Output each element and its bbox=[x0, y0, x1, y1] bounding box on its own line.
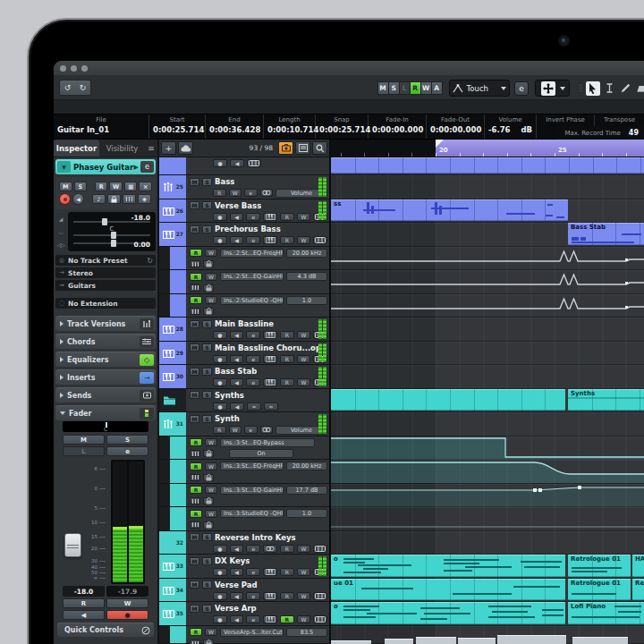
ctrl-button[interactable]: R bbox=[280, 568, 294, 576]
ctrl-button[interactable]: W bbox=[205, 462, 217, 470]
ctrl-button[interactable]: e bbox=[246, 378, 260, 386]
read-button[interactable]: R bbox=[190, 296, 202, 304]
lock-icon[interactable] bbox=[203, 640, 214, 644]
track-name[interactable]: Main Bassline bbox=[215, 319, 274, 328]
ctrl-button[interactable]: W bbox=[205, 273, 217, 281]
arrange-track-lane[interactable] bbox=[331, 436, 644, 461]
track-name[interactable]: Synth bbox=[215, 414, 240, 423]
track-name[interactable]: Bass Stab bbox=[215, 367, 257, 376]
automation-parameter-value[interactable]: On bbox=[229, 449, 293, 458]
arrange-track-lane[interactable] bbox=[331, 157, 644, 175]
window-close-button[interactable] bbox=[60, 65, 66, 72]
ctrl-button[interactable]: ● bbox=[213, 355, 227, 363]
event-clip[interactable]: ue 01 bbox=[331, 579, 565, 601]
automation-lane-row[interactable]: RWIns.:2:StudioEQ -QHFL1.0 bbox=[159, 294, 329, 318]
ctrl-button[interactable]: ◀ bbox=[230, 615, 244, 623]
ctrl-button[interactable]: W bbox=[297, 378, 311, 386]
read-button[interactable]: R bbox=[190, 438, 202, 446]
track-row[interactable]: 32MSReverse Intro Keys●◀eRW bbox=[159, 531, 329, 555]
ctrl-button[interactable]: W bbox=[229, 426, 242, 434]
ctrl-button[interactable]: W bbox=[297, 545, 311, 553]
ctrl-button[interactable]: ≈ bbox=[264, 402, 278, 411]
add-track-button[interactable]: + bbox=[161, 141, 176, 155]
ctrl-button[interactable]: e bbox=[246, 568, 260, 576]
track-name[interactable]: Bass bbox=[215, 177, 234, 186]
delay-slider[interactable]: 0.00 bbox=[72, 237, 152, 249]
solo-button[interactable]: S bbox=[202, 178, 212, 186]
instrument-icon[interactable] bbox=[263, 355, 277, 363]
ctrl-button[interactable]: R bbox=[280, 378, 294, 386]
ctrl-button[interactable]: ◀ bbox=[230, 213, 244, 221]
arrange-track-lane[interactable] bbox=[331, 175, 644, 199]
lanes-icon[interactable] bbox=[313, 545, 327, 553]
timebase-icon[interactable]: ◈ bbox=[138, 194, 151, 204]
ctrl-button[interactable]: W bbox=[205, 486, 217, 494]
track-row[interactable]: 26MSVerse Bass●◀eRW bbox=[159, 199, 329, 224]
solo-button[interactable]: S bbox=[202, 557, 212, 565]
arrange-track-lane[interactable]: ue 01Retrologue 01Ret bbox=[331, 579, 644, 603]
automation-parameter-value[interactable]: 20.00 kHz bbox=[286, 462, 327, 470]
mute-button[interactable]: M bbox=[190, 415, 199, 423]
automation-lane-row[interactable]: RWIns.:3:St...EQ-GainHFL17.7 dB bbox=[159, 484, 329, 508]
redo-button[interactable]: ↻ bbox=[75, 80, 90, 95]
ctrl-button[interactable]: W bbox=[297, 331, 311, 339]
freeze-icon[interactable]: ▦ bbox=[124, 182, 138, 191]
lane-display-icon[interactable] bbox=[190, 497, 200, 504]
read-button[interactable]: R bbox=[190, 628, 202, 636]
instrument-icon[interactable] bbox=[263, 331, 277, 339]
ctrl-button[interactable]: ● bbox=[213, 236, 227, 244]
track-preset-row[interactable]: ◎ No Track Preset ↻ bbox=[55, 255, 156, 266]
channel-pan-control[interactable]: C bbox=[63, 421, 148, 432]
solo-button[interactable]: S bbox=[202, 320, 212, 328]
automation-parameter-name[interactable]: Ins.:2:StudioEQ -QHFL bbox=[220, 296, 284, 305]
track-name[interactable]: Prechorus Bass bbox=[215, 225, 281, 233]
ctrl-button[interactable]: ● bbox=[213, 402, 227, 411]
ctrl-button[interactable]: R bbox=[280, 592, 294, 600]
range-selection-tool[interactable] bbox=[602, 81, 616, 96]
arrange-track-lane[interactable] bbox=[331, 365, 644, 389]
event-clip[interactable] bbox=[331, 389, 565, 411]
search-icon[interactable] bbox=[312, 141, 327, 155]
ctrl-button[interactable]: ◀ bbox=[230, 159, 244, 167]
arrange-track-lane[interactable] bbox=[331, 247, 644, 271]
ctrl-button[interactable]: W bbox=[297, 615, 311, 623]
cycle-region[interactable] bbox=[436, 140, 644, 157]
window-zoom-button[interactable] bbox=[81, 65, 88, 72]
lane-display-icon[interactable] bbox=[190, 308, 200, 315]
ctrl-button[interactable]: e bbox=[246, 236, 260, 244]
track-row[interactable]: 28MSMain Bassline●◀eRW bbox=[159, 318, 329, 342]
ctrl-button[interactable]: R bbox=[280, 236, 294, 244]
read-button[interactable]: R bbox=[190, 249, 202, 257]
ctrl-button[interactable]: e bbox=[246, 213, 260, 221]
track-name[interactable]: Verse Bass bbox=[215, 201, 261, 210]
bypass-icon[interactable] bbox=[260, 189, 274, 197]
lane-display-icon[interactable] bbox=[190, 284, 200, 292]
ctrl-button[interactable]: e bbox=[246, 355, 260, 363]
track-name[interactable]: Main Bassline Choru...op bbox=[215, 343, 321, 352]
undo-button[interactable]: ↺ bbox=[60, 80, 75, 95]
ctrl-button[interactable]: e bbox=[246, 331, 260, 339]
arrange-track-lane[interactable]: oLofi Piano bbox=[331, 602, 644, 626]
lanes-icon[interactable] bbox=[123, 194, 136, 204]
event-clip[interactable]: o bbox=[331, 602, 565, 624]
pan-slider[interactable]: C bbox=[72, 225, 152, 237]
read-button[interactable]: R bbox=[190, 510, 202, 518]
mute-button[interactable]: M bbox=[190, 391, 199, 399]
channel-listen-button[interactable]: L bbox=[63, 446, 105, 456]
ctrl-button[interactable]: R bbox=[213, 189, 226, 197]
section-inserts[interactable]: Inserts ⊸ bbox=[55, 369, 156, 385]
ctrl-button[interactable]: W bbox=[297, 355, 311, 363]
instrument-icon[interactable] bbox=[263, 568, 277, 576]
arrange-track-lane[interactable]: Bass Stab bbox=[331, 223, 644, 247]
lanes-icon[interactable] bbox=[247, 159, 261, 167]
solo-button[interactable]: S bbox=[202, 225, 212, 233]
section-quick-controls[interactable]: Quick Controls bbox=[57, 623, 154, 637]
automation-parameter-value[interactable]: 1.0 bbox=[286, 509, 327, 518]
solo-button[interactable]: S bbox=[202, 391, 212, 399]
automation-lane-row[interactable]: RWIns.:2:St...EQ-FreqHFL20.00 kHz bbox=[159, 247, 329, 271]
event-clip[interactable]: HAL bbox=[632, 555, 644, 577]
lane-display-icon[interactable] bbox=[190, 521, 200, 529]
automation-parameter-name[interactable]: VerseArp-S...lter.Cutoff bbox=[220, 628, 284, 637]
section-equalizers[interactable]: Equalizers ◇ bbox=[55, 352, 156, 367]
auto-scroll-icon[interactable] bbox=[541, 81, 555, 96]
